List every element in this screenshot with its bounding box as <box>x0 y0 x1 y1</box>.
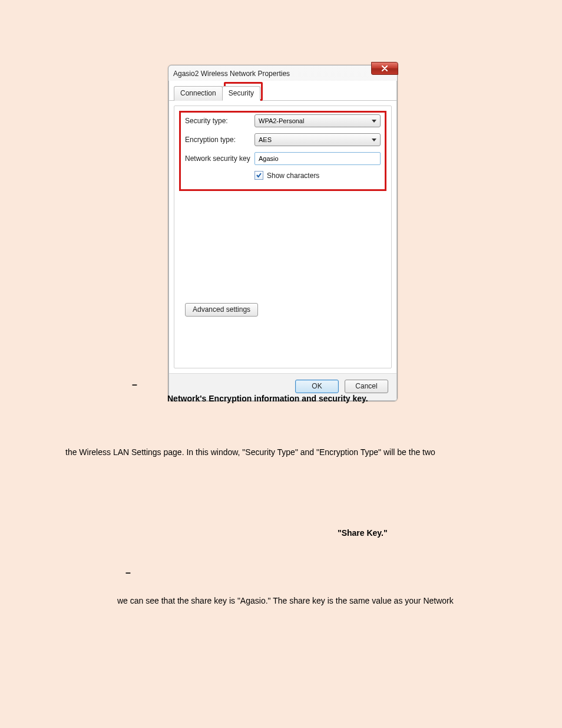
security-tab-panel: Security type: WPA2-Personal Encryption … <box>174 106 392 368</box>
security-type-select[interactable]: WPA2-Personal <box>254 114 381 127</box>
close-icon <box>381 65 388 71</box>
caption-text: Network's Encryption information and sec… <box>167 394 368 403</box>
tab-connection[interactable]: Connection <box>174 86 223 101</box>
body-line-1: the Wireless LAN Settings page. In this … <box>65 447 435 457</box>
show-characters-checkbox[interactable] <box>254 171 263 180</box>
dialog-tabs: Connection Security <box>169 81 396 101</box>
encryption-type-label: Encryption type: <box>185 136 254 144</box>
dash-marker-2: – <box>125 568 131 578</box>
advanced-settings-button[interactable]: Advanced settings <box>185 303 258 317</box>
dialog-title: Agasio2 Wireless Network Properties <box>173 70 290 78</box>
tab-label: Security <box>229 89 254 97</box>
security-type-row: Security type: WPA2-Personal <box>185 114 381 127</box>
network-key-label: Network security key <box>185 154 254 163</box>
dash-marker: – <box>132 380 137 390</box>
tab-security[interactable]: Security <box>222 86 260 101</box>
encryption-type-select[interactable]: AES <box>254 133 381 146</box>
advanced-settings-label: Advanced settings <box>193 305 250 314</box>
body-line-2: we can see that the share key is "Agasio… <box>117 596 454 605</box>
network-key-input[interactable] <box>254 152 381 165</box>
wireless-properties-dialog: Agasio2 Wireless Network Properties Conn… <box>168 65 398 401</box>
encryption-type-value: AES <box>259 136 272 143</box>
ok-label: OK <box>312 382 322 390</box>
show-characters-row: Show characters <box>254 171 381 180</box>
network-key-row: Network security key <box>185 152 381 165</box>
tab-label: Connection <box>180 89 216 97</box>
dialog-client-area: Connection Security Security type: WPA2-… <box>168 81 397 401</box>
cancel-label: Cancel <box>355 382 377 390</box>
close-button[interactable] <box>371 62 398 75</box>
ok-button[interactable]: OK <box>295 380 339 393</box>
cancel-button[interactable]: Cancel <box>345 380 388 393</box>
share-key-text: "Share Key." <box>338 528 388 538</box>
encryption-type-row: Encryption type: AES <box>185 133 381 146</box>
check-icon <box>256 172 262 179</box>
show-characters-label: Show characters <box>267 172 319 180</box>
dialog-titlebar[interactable]: Agasio2 Wireless Network Properties <box>168 65 397 81</box>
security-type-value: WPA2-Personal <box>259 117 304 124</box>
security-type-label: Security type: <box>185 117 254 125</box>
